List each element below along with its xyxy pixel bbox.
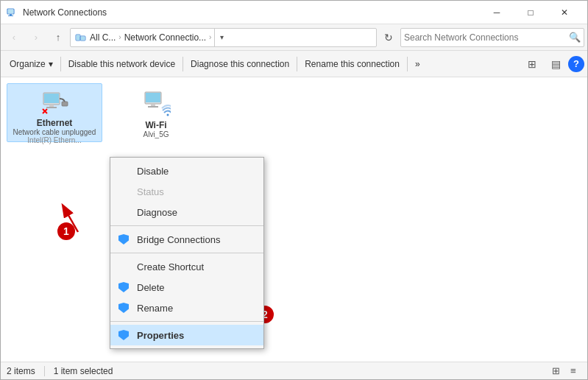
ctx-status-label: Status bbox=[137, 186, 164, 197]
svg-rect-11 bbox=[46, 107, 57, 108]
diagnose-label: Diagnose this connection bbox=[191, 59, 289, 69]
maximize-button[interactable]: □ bbox=[514, 1, 548, 24]
status-view-btn-2[interactable]: ≡ bbox=[565, 363, 581, 379]
ethernet-icon bbox=[40, 88, 69, 118]
organize-label: Organize bbox=[10, 59, 46, 69]
refresh-button[interactable]: ↻ bbox=[378, 27, 399, 48]
svg-rect-5 bbox=[77, 35, 79, 40]
diagnose-button[interactable]: Diagnose this connection bbox=[185, 53, 295, 75]
window: Network Connections ─ □ ✕ ‹ › ↑ All C...… bbox=[0, 0, 588, 380]
ethernet-name: Ethernet bbox=[37, 118, 73, 128]
ethernet-item[interactable]: Ethernet Network cable unplugged Intel(R… bbox=[7, 83, 102, 142]
ctx-diagnose-label: Diagnose bbox=[137, 207, 177, 218]
ctx-bridge[interactable]: Bridge Connections bbox=[110, 229, 263, 250]
window-icon bbox=[7, 7, 18, 18]
status-view-btn-1[interactable]: ⊞ bbox=[548, 363, 564, 379]
minimize-button[interactable]: ─ bbox=[480, 1, 514, 24]
help-button[interactable]: ? bbox=[568, 56, 584, 72]
window-controls: ─ □ ✕ bbox=[480, 1, 581, 24]
forward-button[interactable]: › bbox=[26, 27, 46, 48]
svg-rect-3 bbox=[8, 15, 13, 16]
status-sep bbox=[44, 366, 45, 376]
items-count: 2 items bbox=[7, 366, 35, 376]
pane-toggle-button[interactable]: ▤ bbox=[545, 53, 567, 75]
rename-shield-icon bbox=[116, 300, 131, 315]
status-right: ⊞ ≡ bbox=[548, 363, 581, 379]
ctx-rename[interactable]: Rename bbox=[110, 298, 263, 318]
address-path[interactable]: All C... › Network Connectio... › ▾ bbox=[70, 28, 377, 47]
properties-shield-icon bbox=[116, 328, 131, 342]
ctx-disable-label: Disable bbox=[137, 166, 169, 177]
svg-rect-12 bbox=[62, 102, 68, 106]
svg-rect-9 bbox=[44, 94, 59, 103]
window-title: Network Connections bbox=[23, 7, 480, 18]
toolbar-sep-2 bbox=[183, 57, 183, 71]
ctx-properties[interactable]: Properties bbox=[110, 325, 263, 345]
ctx-shortcut[interactable]: Create Shortcut bbox=[110, 256, 263, 277]
ctx-rename-label: Rename bbox=[137, 303, 173, 314]
back-button[interactable]: ‹ bbox=[4, 27, 24, 48]
path-chevron-1: › bbox=[118, 33, 121, 41]
toolbar-sep-1 bbox=[60, 57, 61, 71]
ctx-delete[interactable]: Delete bbox=[110, 277, 263, 298]
ctx-delete-label: Delete bbox=[137, 282, 165, 293]
toolbar-right: ⊞ ▤ ? bbox=[521, 53, 584, 75]
disable-label: Disable this network device bbox=[68, 59, 175, 69]
search-icon: 🔍 bbox=[569, 32, 581, 43]
organize-arrow: ▾ bbox=[49, 59, 53, 69]
address-bar: ‹ › ↑ All C... › Network Connectio... › … bbox=[1, 24, 587, 51]
path-dropdown-button[interactable]: ▾ bbox=[214, 28, 229, 47]
delete-shield-icon bbox=[116, 280, 131, 295]
selected-info: 1 item selected bbox=[54, 366, 113, 376]
path-chevron-2: › bbox=[209, 33, 211, 41]
ethernet-adapter: Intel(R) Ethern... bbox=[27, 136, 81, 144]
path-icon bbox=[75, 32, 87, 43]
svg-rect-10 bbox=[49, 105, 54, 107]
close-button[interactable]: ✕ bbox=[548, 1, 581, 24]
view-toggle-button[interactable]: ⊞ bbox=[521, 53, 543, 75]
toolbar-sep-4 bbox=[407, 57, 408, 71]
organize-button[interactable]: Organize ▾ bbox=[4, 53, 59, 75]
ctx-shortcut-label: Create Shortcut bbox=[137, 261, 204, 272]
wifi-item[interactable]: Wi-Fi Alvi_5G BCM943228HMB 802.1... bbox=[108, 83, 204, 142]
ctx-bridge-label: Bridge Connections bbox=[137, 234, 220, 245]
main-content: Ethernet Network cable unplugged Intel(R… bbox=[1, 77, 587, 362]
ctx-sep-1 bbox=[110, 225, 263, 226]
wifi-name: Wi-Fi bbox=[145, 120, 166, 130]
svg-rect-18 bbox=[148, 106, 158, 108]
toolbar: Organize ▾ Disable this network device D… bbox=[1, 51, 587, 77]
rename-button[interactable]: Rename this connection bbox=[299, 53, 405, 75]
file-area[interactable]: Ethernet Network cable unplugged Intel(R… bbox=[1, 77, 587, 362]
title-bar: Network Connections ─ □ ✕ bbox=[1, 1, 587, 24]
path-part-1: All C... bbox=[90, 32, 116, 43]
bridge-shield-icon bbox=[116, 232, 131, 247]
ctx-sep-2 bbox=[110, 253, 263, 253]
ethernet-status: Network cable unplugged bbox=[13, 128, 96, 136]
svg-rect-16 bbox=[146, 93, 160, 102]
ctx-disable[interactable]: Disable bbox=[110, 161, 263, 181]
disable-button[interactable]: Disable this network device bbox=[63, 53, 181, 75]
svg-rect-17 bbox=[151, 104, 155, 106]
annotation-badge-1: 1 bbox=[56, 221, 77, 242]
more-button[interactable]: » bbox=[409, 53, 426, 75]
svg-rect-7 bbox=[81, 37, 85, 40]
svg-rect-2 bbox=[10, 14, 12, 15]
toolbar-sep-3 bbox=[297, 57, 297, 71]
up-button[interactable]: ↑ bbox=[48, 27, 68, 48]
ctx-properties-label: Properties bbox=[137, 330, 184, 341]
wifi-icon bbox=[141, 88, 171, 117]
ctx-status: Status bbox=[110, 181, 263, 202]
status-bar: 2 items 1 item selected ⊞ ≡ bbox=[1, 362, 587, 379]
ctx-sep-3 bbox=[110, 321, 263, 322]
svg-rect-1 bbox=[8, 10, 13, 13]
wifi-status: Alvi_5G bbox=[143, 130, 169, 138]
search-input[interactable] bbox=[404, 32, 569, 43]
ctx-diagnose[interactable]: Diagnose bbox=[110, 202, 263, 222]
svg-point-19 bbox=[167, 114, 169, 116]
context-menu: Disable Status Diagnose Bridge Connectio… bbox=[110, 157, 264, 349]
path-part-2: Network Connectio... bbox=[124, 32, 206, 43]
search-box[interactable]: 🔍 bbox=[400, 28, 584, 47]
rename-label: Rename this connection bbox=[305, 59, 400, 69]
